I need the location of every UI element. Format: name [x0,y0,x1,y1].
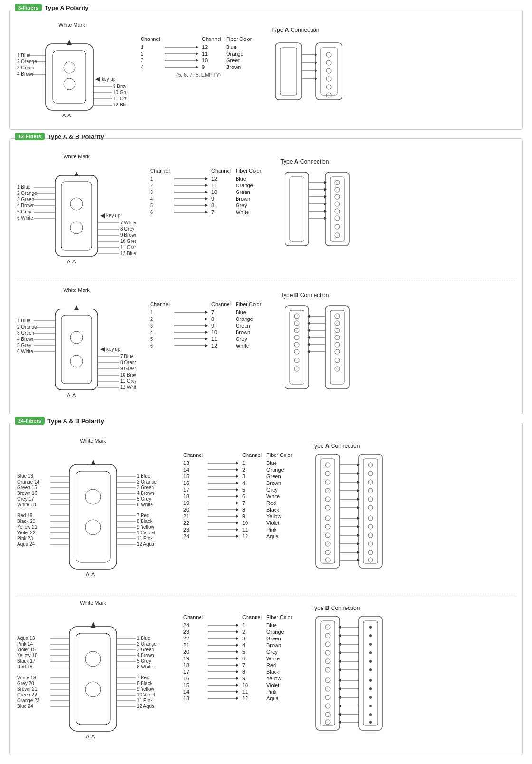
svg-point-414 [325,695,330,700]
svg-text:key up: key up [106,213,121,218]
svg-point-45 [326,60,331,65]
badge-8-fibers: 8-Fibers [15,4,42,11]
channel-row: 4 9 Brown [141,64,256,70]
type-a-connection-24: Type A Connection [311,443,406,575]
svg-text:12 Blue: 12 Blue [120,251,136,256]
svg-text:11 Grey: 11 Grey [120,378,136,384]
channel-row: 28Orange [150,316,266,322]
channel-row: 2210Violet [183,520,297,526]
channel-row: 2311Pink [183,526,297,533]
svg-marker-120 [74,305,79,310]
svg-rect-94 [285,172,309,246]
svg-point-322 [368,550,373,555]
channel-row: 310Green [150,189,266,195]
svg-point-286 [325,550,330,555]
white-mark-24a: White Mark [80,438,106,444]
svg-rect-275 [363,459,378,563]
channel-row: 410Brown [150,329,266,336]
svg-text:10 Violet: 10 Violet [137,692,155,697]
svg-point-111 [335,187,340,192]
svg-text:A-A: A-A [86,571,95,577]
svg-marker-397 [236,684,238,687]
svg-point-113 [335,202,340,206]
connector-12b: White Mark key up [17,287,136,409]
svg-text:Yellow 21: Yellow 21 [17,524,38,530]
svg-marker-83 [205,177,208,180]
svg-text:10 Green: 10 Green [113,90,126,95]
svg-marker-269 [236,528,238,531]
type-a-connection-8: Type A Connection [271,27,366,107]
svg-text:8 Black: 8 Black [137,681,153,686]
svg-text:2 Orange: 2 Orange [17,59,37,64]
svg-text:Aqua 13: Aqua 13 [17,636,35,641]
svg-text:Orange 14: Orange 14 [17,479,40,484]
svg-point-318 [368,516,373,521]
type-a-svg-8 [271,36,347,107]
channel-row: 2412Aqua [183,533,297,540]
svg-marker-385 [236,644,238,647]
title-12-fibers: Type A & B Polarity [48,133,104,140]
channel-row: 175Grey [183,486,297,493]
svg-rect-95 [290,177,304,241]
section-24-fibers-title: 24-Fibers Type A & B Polarity [15,417,104,425]
channel-row: 186White [183,493,297,500]
svg-text:A-A: A-A [86,734,95,739]
svg-point-327 [86,651,101,667]
channel-row: 214Brown [183,642,297,648]
svg-text:Pink 14: Pink 14 [17,641,33,647]
col-channel-left: Channel [141,36,165,44]
channel-row: 241Blue [183,622,297,629]
svg-marker-399 [236,690,238,693]
svg-text:4 Brown: 4 Brown [137,491,154,496]
svg-text:Yellow 16: Yellow 16 [17,653,38,658]
svg-marker-261 [236,502,238,504]
svg-marker-379 [236,624,238,627]
svg-point-428 [369,713,372,716]
section-8-fibers: 8-Fibers Type A Polarity White Mark key … [10,10,522,130]
svg-text:12 White: 12 White [120,385,136,390]
channel-row: 197Red [183,500,297,506]
type-b-svg-12 [280,301,356,396]
svg-point-421 [369,651,372,654]
svg-text:10 Violet: 10 Violet [137,530,155,535]
svg-point-319 [368,524,373,529]
svg-marker-157 [205,331,208,334]
channel-row: 211Orange [150,182,266,189]
channel-row: 612White [150,342,266,349]
svg-text:11 Orange: 11 Orange [113,96,126,101]
channel-row: 223Green [183,635,297,642]
diagram-row-24b: White Mark [17,600,515,750]
svg-marker-196 [91,460,95,465]
svg-marker-91 [205,204,208,207]
svg-point-315 [368,488,373,493]
svg-point-420 [369,643,372,646]
svg-text:10 Brown: 10 Brown [120,372,136,377]
channel-row: 196White [183,655,297,662]
connector-svg-12b: key up A-A 1 Blue 2 Orange 3 Green [17,295,136,409]
svg-text:5 Grey: 5 Grey [17,343,31,348]
svg-text:White 18: White 18 [17,502,36,507]
svg-rect-195 [76,471,110,562]
svg-point-116 [335,224,340,229]
svg-text:Brown 21: Brown 21 [17,687,38,692]
type-a-svg-12 [280,167,356,253]
svg-text:5 Grey: 5 Grey [137,658,151,664]
channel-row: 208Black [183,506,297,513]
svg-text:White 19: White 19 [17,675,36,680]
channel-row: 49Brown [150,195,266,202]
channel-row: 164Brown [183,480,297,486]
badge-24-fibers: 24-Fibers [15,417,45,425]
col-spacer [165,36,202,44]
divider-12 [17,281,515,281]
svg-point-416 [325,712,330,717]
svg-marker-395 [236,677,238,680]
svg-point-287 [325,558,330,562]
col-fiber-color: Fiber Color [226,36,256,44]
svg-text:8 Orange: 8 Orange [120,360,136,365]
svg-rect-325 [76,633,110,725]
svg-point-429 [369,721,372,724]
connector-8a: White Mark key up [17,22,126,125]
svg-text:1 Blue: 1 Blue [17,53,31,58]
svg-point-407 [325,633,330,638]
channel-row: 3 10 Green [141,57,256,64]
